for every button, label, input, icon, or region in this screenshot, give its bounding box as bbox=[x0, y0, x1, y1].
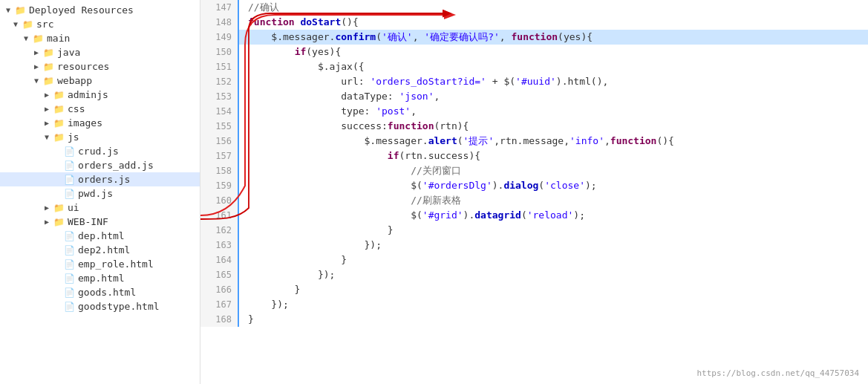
file-icon-orders-add-js: 📄 bbox=[62, 160, 76, 171]
line-content-166: } bbox=[239, 282, 868, 297]
line-159: 159 $('#ordersDlg').dialog('close'); bbox=[200, 178, 868, 193]
arrow-resources: ▶ bbox=[31, 62, 42, 71]
tree-item-webapp[interactable]: ▼ 📁 webapp bbox=[0, 74, 200, 88]
line-153: 153 dataType: 'json', bbox=[200, 89, 868, 104]
line-165: 165 }); bbox=[200, 267, 868, 282]
line-content-147: //确认 bbox=[239, 0, 868, 15]
line-164: 164 } bbox=[200, 253, 868, 267]
tree-item-images[interactable]: ▶ 📁 images bbox=[0, 116, 200, 130]
line-content-165: }); bbox=[239, 267, 868, 282]
label-src: src bbox=[36, 19, 53, 30]
line-num-163: 163 bbox=[200, 238, 239, 253]
line-149: 149 $.messager.confirm('确认', '确定要确认吗?', … bbox=[200, 30, 868, 45]
line-num-168: 168 bbox=[200, 312, 239, 327]
line-num-151: 151 bbox=[200, 59, 239, 74]
watermark: https://blog.csdn.net/qq_44757034 bbox=[696, 368, 859, 378]
tree-item-ui[interactable]: ▶ 📁 ui bbox=[0, 201, 200, 215]
label-ui: ui bbox=[68, 202, 79, 213]
line-num-157: 157 bbox=[200, 149, 239, 163]
arrow-ui: ▶ bbox=[42, 204, 52, 212]
line-content-156: $.messager.alert('提示',rtn.message,'info'… bbox=[239, 134, 868, 149]
file-icon-emp-html: 📄 bbox=[62, 273, 76, 284]
code-lines: 147 //确认 148 function doStart(){ 149 $.m… bbox=[200, 0, 868, 327]
arrow-images: ▶ bbox=[42, 119, 52, 127]
arrow-deployed: ▼ bbox=[3, 6, 13, 14]
line-168: 168 } bbox=[200, 312, 868, 327]
folder-icon-resources: 📁 bbox=[42, 62, 55, 72]
line-158: 158 //关闭窗口 bbox=[200, 163, 868, 178]
label-dep-html: dep.html bbox=[78, 230, 125, 241]
tree-item-java[interactable]: ▶ 📁 java bbox=[0, 45, 200, 59]
line-content-162: } bbox=[239, 223, 868, 238]
label-js: js bbox=[68, 131, 79, 143]
tree-item-emp-role-html[interactable]: 📄 emp_role.html bbox=[0, 257, 200, 271]
line-content-151: $.ajax({ bbox=[239, 59, 868, 74]
line-num-160: 160 bbox=[200, 193, 239, 208]
line-content-152: url: 'orders_doStart?id=' + $('#uuid').h… bbox=[239, 74, 868, 89]
file-icon-orders-js: 📄 bbox=[62, 175, 76, 185]
label-adminjs: adminjs bbox=[68, 89, 108, 100]
tree-item-orders-js[interactable]: 📄 orders.js bbox=[0, 172, 200, 186]
folder-icon-src: 📁 bbox=[21, 19, 34, 30]
file-icon-goods-html: 📄 bbox=[62, 287, 76, 298]
tree-item-css[interactable]: ▶ 📁 css bbox=[0, 102, 200, 116]
line-content-167: }); bbox=[239, 297, 868, 312]
tree-item-adminjs[interactable]: ▶ 📁 adminjs bbox=[0, 88, 200, 102]
line-num-159: 159 bbox=[200, 178, 239, 193]
label-deployed: Deployed Resources bbox=[29, 4, 134, 16]
label-java: java bbox=[57, 47, 80, 58]
label-main: main bbox=[47, 33, 70, 44]
folder-icon-webapp: 📁 bbox=[42, 76, 55, 86]
tree-item-crud-js[interactable]: 📄 crud.js bbox=[0, 144, 200, 158]
tree-item-pwd-js[interactable]: 📄 pwd.js bbox=[0, 186, 200, 201]
line-157: 157 if(rtn.success){ bbox=[200, 149, 868, 163]
folder-icon-webinf: 📁 bbox=[52, 217, 65, 227]
arrow-css: ▶ bbox=[42, 105, 52, 113]
line-content-164: } bbox=[239, 253, 868, 267]
arrow-js: ▼ bbox=[42, 133, 52, 141]
tree-item-main[interactable]: ▼ 📁 main bbox=[0, 31, 200, 45]
folder-icon-main: 📁 bbox=[31, 33, 45, 44]
tree-item-deployed[interactable]: ▼ 📁 Deployed Resources bbox=[0, 3, 200, 17]
line-155: 155 success:function(rtn){ bbox=[200, 119, 868, 134]
tree-item-orders-add-js[interactable]: 📄 orders_add.js bbox=[0, 158, 200, 172]
line-num-167: 167 bbox=[200, 297, 239, 312]
line-content-168: } bbox=[239, 312, 868, 327]
tree-item-src[interactable]: ▼ 📁 src bbox=[0, 17, 200, 31]
line-num-164: 164 bbox=[200, 253, 239, 267]
file-icon-goodstype-html: 📄 bbox=[62, 302, 76, 312]
line-content-159: $('#ordersDlg').dialog('close'); bbox=[239, 178, 868, 193]
line-167: 167 }); bbox=[200, 297, 868, 312]
label-crud-js: crud.js bbox=[78, 146, 119, 157]
folder-icon-images: 📁 bbox=[52, 118, 65, 128]
folder-icon-adminjs: 📁 bbox=[52, 90, 65, 100]
line-content-157: if(rtn.success){ bbox=[239, 149, 868, 163]
line-num-154: 154 bbox=[200, 104, 239, 119]
line-152: 152 url: 'orders_doStart?id=' + $('#uuid… bbox=[200, 74, 868, 89]
label-webapp: webapp bbox=[57, 75, 92, 86]
tree-item-goodstype-html[interactable]: 📄 goodstype.html bbox=[0, 299, 200, 313]
tree-item-dep2-html[interactable]: 📄 dep2.html bbox=[0, 243, 200, 257]
line-161: 161 $('#grid').datagrid('reload'); bbox=[200, 208, 868, 223]
file-icon-dep2-html: 📄 bbox=[62, 245, 76, 256]
line-content-155: success:function(rtn){ bbox=[239, 119, 868, 134]
line-150: 150 if(yes){ bbox=[200, 45, 868, 59]
arrow-java: ▶ bbox=[31, 48, 42, 56]
line-num-166: 166 bbox=[200, 282, 239, 297]
line-151: 151 $.ajax({ bbox=[200, 59, 868, 74]
arrow-adminjs: ▶ bbox=[42, 91, 52, 99]
tree-item-resources[interactable]: ▶ 📁 resources bbox=[0, 59, 200, 74]
line-162: 162 } bbox=[200, 223, 868, 238]
tree-item-dep-html[interactable]: 📄 dep.html bbox=[0, 229, 200, 243]
tree-item-goods-html[interactable]: 📄 goods.html bbox=[0, 285, 200, 299]
line-num-162: 162 bbox=[200, 223, 239, 238]
arrow-main: ▼ bbox=[21, 34, 31, 42]
line-content-150: if(yes){ bbox=[239, 45, 868, 59]
line-num-155: 155 bbox=[200, 119, 239, 134]
tree-item-emp-html[interactable]: 📄 emp.html bbox=[0, 271, 200, 285]
folder-icon-ui: 📁 bbox=[52, 203, 65, 213]
file-tree[interactable]: ▼ 📁 Deployed Resources ▼ 📁 src ▼ 📁 main … bbox=[0, 0, 200, 384]
label-goodstype-html: goodstype.html bbox=[78, 301, 160, 312]
tree-item-js[interactable]: ▼ 📁 js bbox=[0, 130, 200, 144]
tree-item-webinf[interactable]: ▶ 📁 WEB-INF bbox=[0, 215, 200, 229]
